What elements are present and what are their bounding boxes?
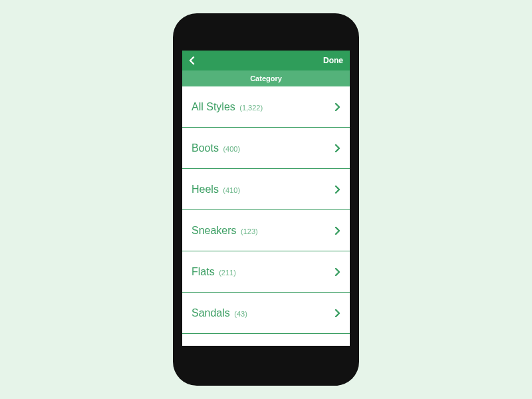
category-row[interactable]: Sneakers (123) [182, 210, 350, 251]
subheader: Category [182, 70, 350, 86]
chevron-right-icon [334, 309, 340, 317]
category-count: (123) [241, 227, 258, 235]
back-button[interactable] [189, 57, 195, 65]
chevron-right-icon [334, 186, 340, 194]
subheader-title: Category [250, 74, 282, 82]
category-row[interactable]: Flats (211) [182, 251, 350, 293]
category-count: (43) [234, 310, 247, 318]
category-label: Boots [192, 142, 219, 154]
chevron-left-icon [189, 57, 195, 65]
navbar: Done [182, 51, 350, 70]
chevron-right-icon [334, 227, 340, 235]
category-label: Sneakers [192, 225, 237, 236]
category-label: Flats [192, 266, 215, 277]
category-label: Heels [192, 184, 219, 195]
category-label: Sandals [192, 307, 230, 319]
category-label: All Styles [192, 101, 235, 112]
category-list: All Styles (1,322) Boots (400) Heels [182, 86, 350, 346]
category-row[interactable]: Boots (400) [182, 128, 350, 169]
category-row[interactable]: Heels (410) [182, 169, 350, 210]
category-count: (1,322) [239, 104, 263, 112]
screen: Done Category All Styles (1,322) Boots (… [182, 51, 350, 346]
category-row[interactable]: Sandals (43) [182, 293, 350, 334]
chevron-right-icon [334, 268, 340, 276]
category-count: (211) [219, 269, 236, 277]
chevron-right-icon [334, 103, 340, 111]
category-count: (410) [223, 186, 240, 194]
phone-frame: Done Category All Styles (1,322) Boots (… [173, 13, 359, 386]
category-row[interactable]: All Styles (1,322) [182, 86, 350, 128]
category-row[interactable]: Climbing Shoes [182, 334, 350, 346]
category-count: (400) [223, 145, 240, 153]
chevron-right-icon [334, 144, 340, 152]
done-button[interactable]: Done [323, 56, 343, 65]
